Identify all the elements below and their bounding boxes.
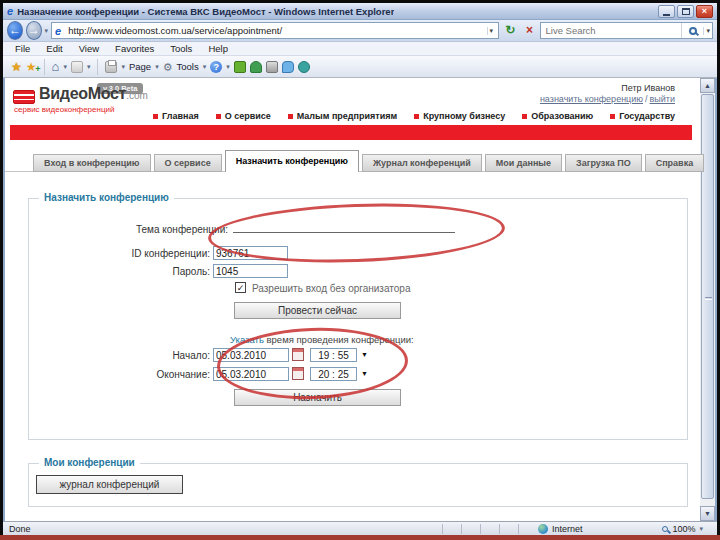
- tab-about-service[interactable]: О сервисе: [154, 154, 222, 172]
- end-time-input[interactable]: [310, 367, 357, 381]
- nav-government[interactable]: Государству: [610, 111, 675, 121]
- nav-small-business[interactable]: Малым предприятиям: [288, 111, 397, 121]
- schedule-link[interactable]: Указать: [230, 334, 264, 345]
- conference-journal-button[interactable]: журнал конференций: [36, 475, 183, 494]
- status-text: Done: [3, 524, 433, 534]
- ie-icon: e: [7, 5, 13, 17]
- end-time-dropdown-icon[interactable]: ▼: [361, 370, 368, 377]
- search-icon: [689, 27, 697, 35]
- nav-education[interactable]: Образованию: [522, 111, 593, 121]
- addon-icon-1[interactable]: [234, 61, 246, 73]
- title-bar: e Назначение конференции - Система ВКС В…: [3, 3, 717, 20]
- addon-icon-5[interactable]: [298, 61, 310, 73]
- conference-id-input[interactable]: [213, 246, 288, 260]
- stop-button[interactable]: ×: [521, 22, 537, 40]
- start-label: Начало:: [105, 350, 210, 361]
- address-bar[interactable]: e http://www.videomost.com.ua/service/ap…: [51, 22, 499, 39]
- status-bar: Done Internet 100% ▾: [3, 521, 717, 535]
- print-dropdown-icon[interactable]: ▾: [121, 63, 125, 71]
- nav-about[interactable]: О сервисе: [216, 111, 271, 121]
- nav-home[interactable]: Главная: [153, 111, 199, 121]
- site-tagline: сервис видеоконференций: [14, 105, 114, 114]
- logout-link[interactable]: выйти: [650, 94, 675, 104]
- history-dropdown-icon[interactable]: ▾: [45, 27, 49, 35]
- menu-view[interactable]: View: [71, 43, 107, 54]
- favorites-center-icon[interactable]: ★: [11, 61, 22, 73]
- addon-icon-2[interactable]: [250, 61, 262, 73]
- rss-feed-icon[interactable]: [71, 61, 83, 73]
- zoom-control[interactable]: 100% ▾: [662, 524, 717, 534]
- site-logo[interactable]: ВидеоМост.com: [39, 85, 148, 103]
- help-icon[interactable]: ?: [210, 61, 222, 73]
- password-label: Пароль:: [65, 266, 210, 277]
- home-dropdown-icon[interactable]: ▾: [63, 63, 67, 71]
- search-options-dropdown-icon[interactable]: ▾: [703, 27, 712, 35]
- address-dropdown-icon[interactable]: ▾: [487, 27, 496, 35]
- allow-entry-checkbox[interactable]: ✓: [235, 282, 246, 293]
- topic-input[interactable]: [233, 219, 455, 233]
- address-toolbar: ← → ▾ e http://www.videomost.com.ua/serv…: [3, 20, 717, 42]
- menu-tools[interactable]: Tools: [162, 43, 200, 54]
- close-button[interactable]: ×: [696, 5, 713, 18]
- tab-conference-journal[interactable]: Журнал конференций: [362, 154, 482, 172]
- minimize-button[interactable]: [658, 5, 675, 18]
- screenshot-stage: e Назначение конференции - Система ВКС В…: [0, 0, 720, 540]
- menu-help[interactable]: Help: [200, 43, 236, 54]
- start-now-button[interactable]: Провести сейчас: [234, 302, 401, 319]
- url-text[interactable]: http://www.videomost.com.ua/service/appo…: [68, 25, 483, 36]
- back-button[interactable]: ←: [7, 21, 23, 40]
- security-zone: Internet: [528, 524, 593, 534]
- forward-button[interactable]: →: [26, 21, 42, 40]
- search-input[interactable]: [541, 25, 681, 36]
- tab-appoint-conference[interactable]: Назначить конференцию: [225, 150, 359, 172]
- tab-help[interactable]: Справка: [645, 154, 704, 172]
- zoom-level: 100%: [672, 524, 695, 534]
- appoint-conference-link[interactable]: назначить конференцию: [540, 94, 643, 104]
- chat-bubble-icon[interactable]: [282, 61, 294, 73]
- password-input[interactable]: [213, 264, 288, 278]
- search-button[interactable]: [681, 23, 703, 38]
- zoom-magnifier-icon: [662, 526, 668, 532]
- end-calendar-icon[interactable]: [292, 367, 304, 380]
- menu-file[interactable]: File: [7, 43, 38, 54]
- addon-icon-3[interactable]: [266, 61, 278, 73]
- tools-menu-button[interactable]: Tools: [177, 61, 199, 72]
- start-time-input[interactable]: [310, 348, 357, 362]
- tools-dropdown-icon[interactable]: ▾: [203, 63, 207, 71]
- menu-bar: File Edit View Favorites Tools Help: [3, 42, 717, 56]
- zoom-dropdown-icon[interactable]: ▾: [699, 525, 703, 533]
- start-time-dropdown-icon[interactable]: ▼: [361, 351, 368, 358]
- home-icon[interactable]: ⌂: [52, 61, 60, 73]
- menu-favorites[interactable]: Favorites: [107, 43, 162, 54]
- user-name: Петр Иванов: [621, 83, 675, 93]
- gear-icon[interactable]: ⚙: [163, 61, 173, 73]
- help-dropdown-icon[interactable]: ▾: [226, 63, 230, 71]
- start-date-input[interactable]: [213, 348, 289, 362]
- feed-dropdown-icon[interactable]: ▾: [87, 63, 91, 71]
- site-navigation: Главная О сервисе Малым предприятиям Кру…: [153, 111, 675, 121]
- refresh-button[interactable]: ↻: [502, 22, 518, 40]
- videomost-logo-icon: [13, 90, 35, 104]
- add-favorite-icon[interactable]: ★: [26, 61, 37, 73]
- end-label: Окончание:: [105, 369, 210, 380]
- scroll-up-icon[interactable]: ▲: [700, 78, 715, 93]
- red-banner: [10, 125, 692, 140]
- vertical-scrollbar[interactable]: ▲ ▼: [700, 78, 715, 521]
- tab-my-data[interactable]: Мои данные: [485, 154, 562, 172]
- page-menu-button[interactable]: Page: [129, 61, 151, 72]
- end-date-input[interactable]: [213, 367, 289, 381]
- print-icon[interactable]: [105, 61, 117, 73]
- page-dropdown-icon[interactable]: ▾: [155, 63, 159, 71]
- schedule-button[interactable]: Назначить: [234, 389, 401, 406]
- tab-software-download[interactable]: Загрузка ПО: [565, 154, 642, 172]
- red-bullet-icon: [216, 114, 221, 119]
- conference-id-label: ID конференции:: [65, 248, 210, 259]
- menu-edit[interactable]: Edit: [38, 43, 70, 54]
- maximize-button[interactable]: [677, 5, 694, 18]
- nav-large-business[interactable]: Крупному бизнесу: [414, 111, 505, 121]
- tab-join-conference[interactable]: Вход в конференцию: [33, 154, 151, 172]
- browser-window: e Назначение конференции - Система ВКС В…: [3, 3, 717, 535]
- start-calendar-icon[interactable]: [292, 348, 304, 361]
- window-title: Назначение конференции - Система ВКС Вид…: [17, 6, 394, 17]
- scroll-down-icon[interactable]: ▼: [700, 506, 715, 521]
